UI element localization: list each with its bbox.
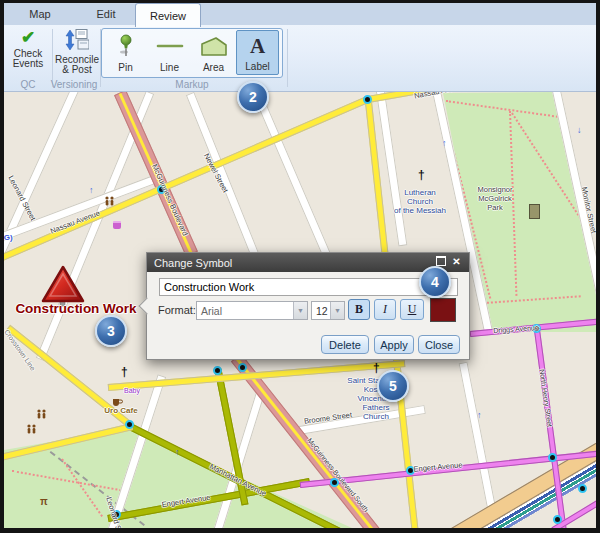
change-symbol-dialog: Change Symbol ✕ Format: Arial ▼ 12 ▼ B I… [146,252,470,360]
font-family-value: Arial [197,305,293,317]
junction-dot [578,484,587,493]
junction-dot [553,515,562,524]
close-button[interactable]: Close [418,335,460,354]
label-a-icon: A [250,31,265,61]
park-building-icon [529,204,540,219]
check-icon: ✔ [21,29,35,47]
ribbon-tab-strip: Map Edit Review [4,3,596,25]
label-button[interactable]: A Label [236,30,279,75]
junction-dot [125,420,134,429]
label-label: Label [245,61,269,72]
delete-button[interactable]: Delete [321,335,369,354]
tab-edit[interactable]: Edit [80,3,132,25]
chevron-down-icon[interactable]: ▼ [330,302,344,319]
callout-badge-4: 4 [419,266,451,298]
reconcile-post-button[interactable]: Reconcile & Post [54,29,100,75]
dialog-title: Change Symbol [154,257,232,269]
poi-lutheran-church: Lutheran Church of the Messiah [394,188,446,215]
line-label: Line [160,62,179,73]
poi-baby-shop: Baby [124,386,140,395]
application-window: Map Edit Review ✔ Check Events QC [0,0,600,533]
church-cross-icon: † [121,365,128,379]
underline-button[interactable]: U [400,299,424,320]
pedestrians-icon [36,405,47,423]
reconcile-post-icon [65,29,89,53]
pin-label: Pin [118,62,132,73]
callout-badge-2: 2 [237,81,269,113]
construction-work-label[interactable]: Construction Work [15,301,136,316]
area-label: Area [203,62,224,73]
font-size-value: 12 [312,305,330,317]
pedestrians-icon [104,192,115,210]
text-color-swatch[interactable] [430,298,456,322]
ribbon: Map Edit Review ✔ Check Events QC [4,3,596,92]
italic-button[interactable]: I [374,299,396,320]
church-cross-icon: † [418,168,425,182]
reconcile-post-label: Reconcile & Post [55,55,99,75]
line-button[interactable]: Line [148,30,191,75]
bold-button[interactable]: B [348,299,370,320]
church-cross-icon: † [373,361,380,375]
oneway-arrow-icon: ↑ [477,410,482,420]
oneway-arrow-icon: ↑ [89,185,94,195]
format-label: Format: [158,304,196,316]
street-label-north-henry: North Henry Street [538,369,553,428]
shop-basket-icon [113,221,121,229]
callout-badge-5: 5 [377,370,409,402]
pushpin-icon [115,30,137,62]
symbol-text-input[interactable] [159,278,458,296]
junction-dot [238,363,247,372]
group-label-markup: Markup [152,79,232,90]
area-polygon-icon [200,30,228,62]
pedestrians-icon [26,420,37,438]
junction-dot [213,366,222,375]
close-icon[interactable]: ✕ [450,256,463,267]
tab-map[interactable]: Map [14,3,66,25]
bench-icon: π [40,496,48,507]
group-label-versioning: Versioning [34,79,114,90]
oneway-arrow-icon: ↑ [442,138,447,148]
tab-review[interactable]: Review [135,3,201,27]
mcgolrick-park-label: Monsignor McGolrick Park [477,185,512,212]
subway-g-label: (G) [4,233,13,242]
area-button[interactable]: Area [192,30,235,75]
chevron-down-icon[interactable]: ▼ [293,302,307,319]
group-separator [287,29,288,87]
font-size-select[interactable]: 12 ▼ [311,301,345,320]
poi-uro-cafe: Uro Cafe [104,406,137,415]
check-events-button[interactable]: ✔ Check Events [8,29,48,69]
line-icon [156,30,184,62]
junction-dot [548,453,557,462]
callout-badge-3: 3 [95,315,127,347]
pin-button[interactable]: Pin [104,30,147,75]
oneway-arrow-icon: ↑ [577,126,582,136]
junction-dot [363,95,372,104]
dialog-title-bar[interactable]: Change Symbol [147,253,469,272]
check-events-label: Check Events [13,49,44,69]
apply-button[interactable]: Apply [374,335,414,354]
oneway-arrow-icon: ↑ [175,447,180,457]
font-family-select[interactable]: Arial ▼ [196,301,308,320]
